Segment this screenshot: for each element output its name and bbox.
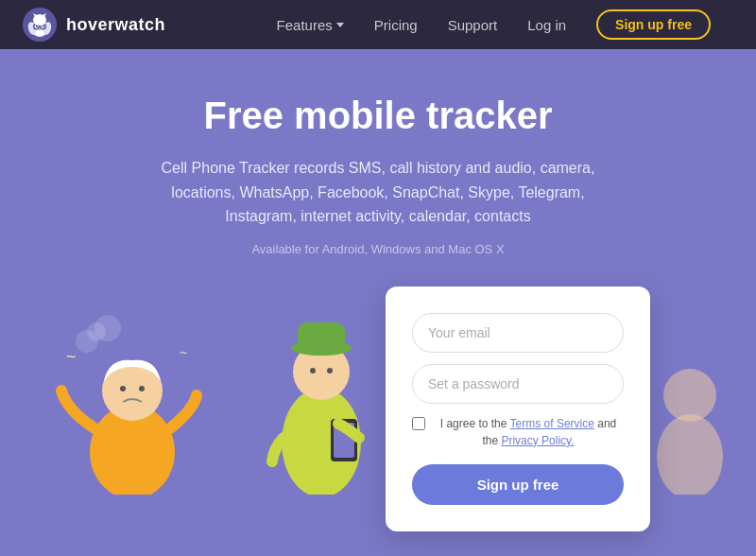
illustration-woman: ~ ~ bbox=[38, 305, 227, 495]
svg-point-9 bbox=[43, 26, 44, 27]
signup-button[interactable]: Sign up free bbox=[412, 464, 624, 505]
nav-signup-button[interactable]: Sign up free bbox=[596, 9, 711, 40]
terms-of-service-link[interactable]: Terms of Service bbox=[510, 417, 594, 430]
svg-text:~: ~ bbox=[180, 345, 187, 360]
terms-text: I agree to the Terms of Service and the … bbox=[433, 415, 624, 449]
svg-point-31 bbox=[657, 414, 723, 495]
svg-point-8 bbox=[36, 26, 38, 27]
privacy-policy-link[interactable]: Privacy Policy. bbox=[501, 434, 574, 447]
hero-title: Free mobile tracker bbox=[19, 95, 737, 137]
password-input[interactable] bbox=[412, 364, 624, 404]
signup-card: I agree to the Terms of Service and the … bbox=[386, 287, 650, 531]
nav-login-link[interactable]: Log in bbox=[527, 17, 566, 33]
hero-platforms: Available for Android, Windows and Mac O… bbox=[19, 242, 737, 256]
hero-bottom: ~ ~ bbox=[19, 287, 737, 495]
svg-point-28 bbox=[327, 368, 333, 374]
logo-link[interactable]: hoverwatch bbox=[23, 8, 165, 42]
illustration-person-phone bbox=[236, 296, 406, 495]
logo-text: hoverwatch bbox=[66, 15, 165, 35]
nav-support-link[interactable]: Support bbox=[448, 17, 498, 33]
terms-checkbox[interactable] bbox=[412, 417, 425, 430]
illustration-partial bbox=[643, 343, 737, 495]
chevron-down-icon bbox=[336, 23, 344, 27]
navbar: hoverwatch Features Pricing Support Log … bbox=[0, 0, 756, 49]
svg-point-27 bbox=[310, 368, 316, 374]
hero-subtitle: Cell Phone Tracker records SMS, call his… bbox=[151, 156, 605, 229]
svg-point-17 bbox=[139, 386, 145, 391]
svg-point-22 bbox=[94, 315, 121, 341]
nav-links: Features Pricing Support Log in Sign up … bbox=[277, 9, 711, 40]
svg-text:~: ~ bbox=[66, 347, 77, 366]
svg-point-32 bbox=[663, 369, 716, 422]
nav-pricing-link[interactable]: Pricing bbox=[374, 17, 418, 33]
svg-rect-26 bbox=[298, 322, 345, 351]
owl-icon bbox=[23, 8, 57, 42]
nav-features-link[interactable]: Features bbox=[277, 17, 344, 33]
svg-point-16 bbox=[120, 386, 126, 391]
email-input[interactable] bbox=[412, 313, 624, 353]
hero-section: Free mobile tracker Cell Phone Tracker r… bbox=[0, 49, 756, 556]
terms-row: I agree to the Terms of Service and the … bbox=[412, 415, 624, 449]
